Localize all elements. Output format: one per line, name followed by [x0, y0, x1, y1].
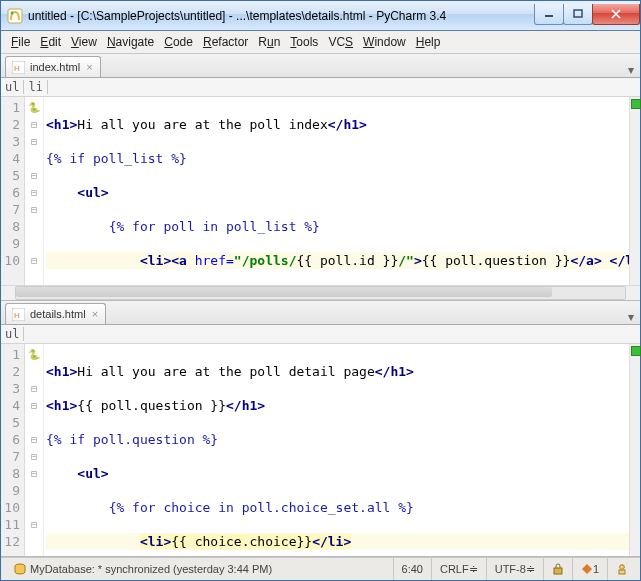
fold-column[interactable]: 🐍⊟⊟⊟⊟⊟⊟ — [25, 97, 44, 285]
hector-icon — [616, 563, 628, 575]
fold-column[interactable]: 🐍⊟⊟⊟⊟⊟⊟ — [25, 344, 44, 556]
h-scrollbar-top[interactable] — [1, 285, 640, 300]
editor-pane-top: H index.html × ▾ ul li 12345678910 🐍⊟⊟⊟⊟… — [1, 54, 640, 301]
chevron-down-icon: ≑ — [469, 563, 478, 576]
menu-code[interactable]: Code — [160, 33, 197, 51]
svg-rect-3 — [574, 10, 582, 17]
inspection-ok-icon — [631, 346, 641, 356]
gutter: 12345678910 — [1, 97, 25, 285]
svg-point-10 — [620, 565, 625, 570]
chevron-down-icon: ≑ — [526, 563, 535, 576]
editor-body-bottom: 123456789101112 🐍⊟⊟⊟⊟⊟⊟ <h1>Hi all you a… — [1, 344, 640, 556]
menu-tools[interactable]: Tools — [286, 33, 322, 51]
editor-pane-bottom: H details.html × ▾ ul 123456789101112 🐍⊟… — [1, 301, 640, 557]
tab-label: details.html — [30, 308, 86, 320]
tab-row-top: H index.html × ▾ — [1, 54, 640, 78]
svg-rect-11 — [619, 570, 625, 574]
crumb-item[interactable]: li — [24, 80, 47, 94]
breadcrumb-bottom[interactable]: ul — [1, 325, 640, 344]
status-bar: MyDatabase: * synchronized (yesterday 3:… — [1, 557, 640, 580]
status-position[interactable]: 6:40 — [393, 558, 431, 580]
svg-rect-9 — [554, 568, 562, 574]
menu-help[interactable]: Help — [412, 33, 445, 51]
maximize-button[interactable] — [563, 4, 593, 25]
close-tab-icon[interactable]: × — [91, 308, 99, 320]
html-file-icon: H — [12, 61, 25, 74]
menu-vcs[interactable]: VCS — [324, 33, 357, 51]
editor-body-top: 12345678910 🐍⊟⊟⊟⊟⊟⊟ <h1>Hi all you are a… — [1, 97, 640, 285]
marker-bar-bottom[interactable] — [629, 344, 640, 556]
tab-dropdown-icon[interactable]: ▾ — [622, 63, 640, 77]
status-git[interactable]: 1 — [572, 558, 607, 580]
menu-edit[interactable]: Edit — [36, 33, 65, 51]
window-controls — [535, 4, 640, 24]
menu-window[interactable]: Window — [359, 33, 410, 51]
menubar: File Edit View Navigate Code Refactor Ru… — [1, 31, 640, 54]
menu-run[interactable]: Run — [254, 33, 284, 51]
menu-refactor[interactable]: Refactor — [199, 33, 252, 51]
tab-index-html[interactable]: H index.html × — [5, 56, 101, 77]
editors-split: H index.html × ▾ ul li 12345678910 🐍⊟⊟⊟⊟… — [1, 54, 640, 557]
tab-dropdown-icon[interactable]: ▾ — [622, 310, 640, 324]
status-eol[interactable]: CRLF ≑ — [431, 558, 486, 580]
tab-label: index.html — [30, 61, 80, 73]
gutter: 123456789101112 — [1, 344, 25, 556]
crumb-item[interactable]: ul — [1, 327, 24, 341]
svg-rect-2 — [545, 15, 553, 17]
window-title: untitled - [C:\SampleProjects\untitled] … — [28, 9, 535, 23]
app-icon — [7, 8, 23, 24]
tab-row-bottom: H details.html × ▾ — [1, 301, 640, 325]
database-icon — [13, 562, 27, 576]
menu-navigate[interactable]: Navigate — [103, 33, 158, 51]
menu-view[interactable]: View — [67, 33, 101, 51]
titlebar: untitled - [C:\SampleProjects\untitled] … — [1, 1, 640, 31]
marker-bar-top[interactable] — [629, 97, 640, 285]
html-file-icon: H — [12, 308, 25, 321]
status-hector[interactable] — [607, 558, 636, 580]
status-encoding[interactable]: UTF-8 ≑ — [486, 558, 543, 580]
svg-text:H: H — [14, 311, 20, 320]
status-db-text: MyDatabase: * synchronized (yesterday 3:… — [30, 563, 272, 575]
svg-text:H: H — [14, 64, 20, 73]
lock-icon — [552, 563, 564, 575]
tab-details-html[interactable]: H details.html × — [5, 303, 106, 324]
status-lock[interactable] — [543, 558, 572, 580]
svg-point-1 — [11, 11, 14, 14]
crumb-item[interactable]: ul — [1, 80, 24, 94]
inspection-ok-icon — [631, 99, 641, 109]
menu-file[interactable]: File — [7, 33, 34, 51]
code-area-bottom[interactable]: <h1>Hi all you are at the poll detail pa… — [44, 344, 629, 556]
main-window: untitled - [C:\SampleProjects\untitled] … — [0, 0, 641, 581]
code-area-top[interactable]: <h1>Hi all you are at the poll index</h1… — [44, 97, 629, 285]
minimize-button[interactable] — [534, 4, 564, 25]
status-db[interactable]: MyDatabase: * synchronized (yesterday 3:… — [5, 558, 393, 580]
close-tab-icon[interactable]: × — [85, 61, 93, 73]
git-icon — [581, 563, 593, 575]
close-button[interactable] — [592, 4, 640, 25]
breadcrumb-top[interactable]: ul li — [1, 78, 640, 97]
